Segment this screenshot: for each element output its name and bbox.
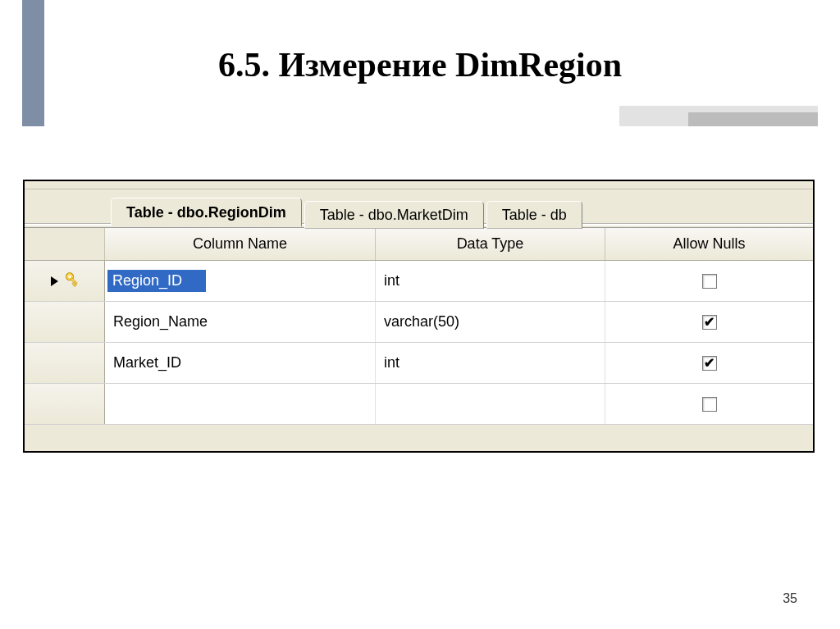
row-marker[interactable] [25, 343, 105, 383]
checkbox-checked[interactable]: ✔ [702, 315, 717, 330]
window-top-edge [25, 181, 813, 189]
slide-page-number: 35 [783, 591, 797, 606]
header-row-marker [25, 228, 105, 260]
header-column-name[interactable]: Column Name [105, 228, 376, 260]
grid-area: Column Name Data Type Allow Nulls [25, 227, 813, 425]
checkbox-checked[interactable]: ✔ [702, 356, 717, 371]
cell-column-name[interactable]: Market_ID [105, 343, 376, 383]
slide-accent-right-inner [688, 112, 818, 126]
slide-title: 6.5. Измерение DimRegion [0, 45, 840, 84]
cell-column-name[interactable] [105, 384, 376, 424]
checkbox-unchecked[interactable] [702, 397, 717, 412]
cell-data-type[interactable]: int [376, 343, 605, 383]
tab-strip: Table - dbo.RegionDim Table - dbo.Market… [25, 189, 813, 226]
table-row[interactable]: Region_Name varchar(50) ✔ [25, 302, 813, 343]
header-allow-nulls[interactable]: Allow Nulls [605, 228, 813, 260]
tab-region-dim[interactable]: Table - dbo.RegionDim [111, 198, 302, 227]
primary-key-icon [58, 269, 81, 292]
cell-allow-nulls[interactable]: ✔ [605, 343, 813, 383]
checkbox-unchecked[interactable] [702, 274, 717, 289]
row-marker[interactable] [25, 384, 105, 424]
table-row[interactable] [25, 384, 813, 425]
row-marker[interactable] [25, 261, 105, 301]
tab-market-dim[interactable]: Table - dbo.MarketDim [304, 201, 484, 229]
cell-column-name[interactable]: Region_ID [105, 261, 376, 301]
tab-truncated[interactable]: Table - db [486, 201, 582, 229]
slide-accent-left [22, 0, 44, 126]
table-row[interactable]: Market_ID int ✔ [25, 343, 813, 384]
cell-data-type[interactable]: int [376, 261, 605, 301]
cell-allow-nulls[interactable] [605, 384, 813, 424]
cell-column-name-text: Region_ID [107, 270, 206, 292]
cell-column-name[interactable]: Region_Name [105, 302, 376, 342]
header-data-type[interactable]: Data Type [376, 228, 605, 260]
cell-data-type[interactable] [376, 384, 605, 424]
cell-data-type[interactable]: varchar(50) [376, 302, 605, 342]
cell-allow-nulls[interactable] [605, 261, 813, 301]
table-designer-window: Table - dbo.RegionDim Table - dbo.Market… [23, 180, 815, 453]
cell-allow-nulls[interactable]: ✔ [605, 302, 813, 342]
row-marker[interactable] [25, 302, 105, 342]
grid-headers: Column Name Data Type Allow Nulls [25, 228, 813, 261]
table-row[interactable]: Region_ID int [25, 261, 813, 302]
